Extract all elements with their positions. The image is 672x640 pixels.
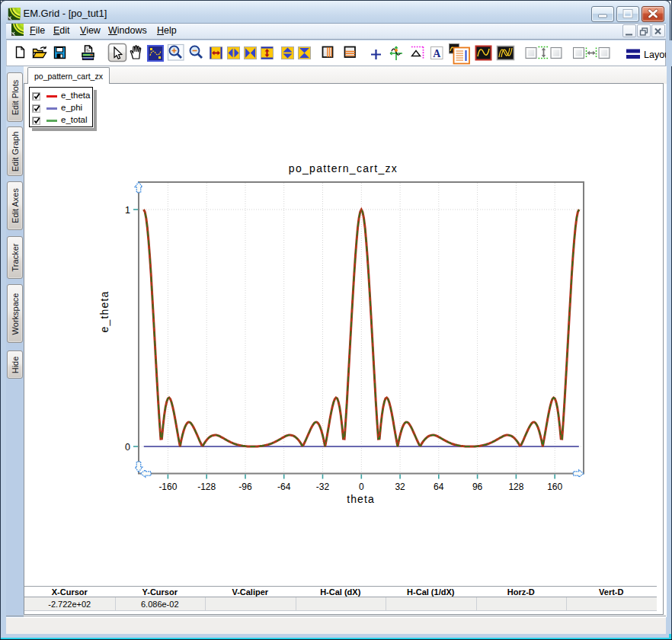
svg-text:po_pattern_cart_zx: po_pattern_cart_zx — [289, 162, 398, 174]
svg-text:A: A — [433, 48, 441, 59]
svg-text:64: 64 — [434, 482, 444, 492]
svg-text:-64: -64 — [277, 482, 291, 492]
svg-text:128: 128 — [508, 482, 523, 492]
svg-text:32: 32 — [395, 482, 405, 492]
svg-text:-96: -96 — [238, 482, 252, 492]
svg-text:1: 1 — [125, 205, 130, 216]
svg-text:0: 0 — [359, 482, 364, 492]
svg-text:0: 0 — [125, 442, 130, 453]
svg-text:160: 160 — [547, 482, 562, 492]
svg-text:96: 96 — [472, 482, 483, 492]
svg-text:-128: -128 — [197, 482, 216, 492]
svg-text:-160: -160 — [158, 482, 177, 492]
svg-text:e_theta: e_theta — [98, 290, 110, 332]
svg-text:-32: -32 — [316, 482, 330, 492]
svg-text:theta: theta — [347, 493, 375, 505]
